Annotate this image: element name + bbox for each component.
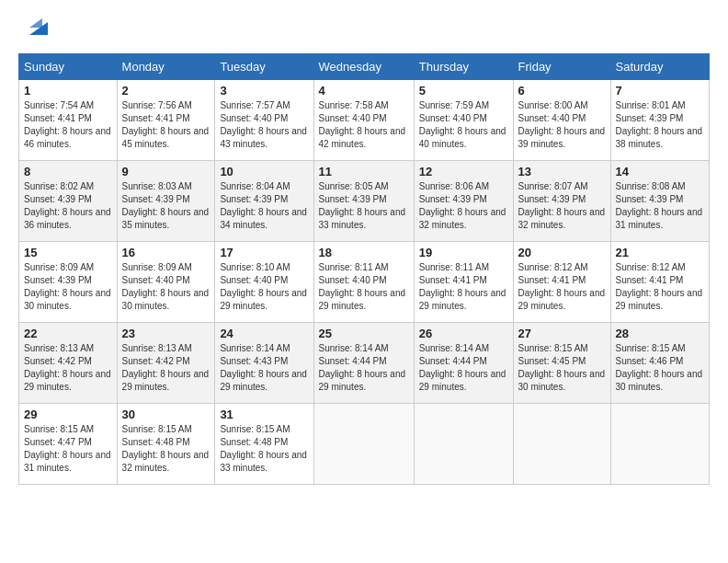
calendar-cell: 2 Sunrise: 7:56 AMSunset: 4:41 PMDayligh… xyxy=(117,80,215,161)
calendar-cell: 9 Sunrise: 8:03 AMSunset: 4:39 PMDayligh… xyxy=(117,161,215,242)
calendar-cell: 29 Sunrise: 8:15 AMSunset: 4:47 PMDaylig… xyxy=(19,404,118,485)
calendar-cell: 15 Sunrise: 8:09 AMSunset: 4:39 PMDaylig… xyxy=(19,242,118,323)
day-info: Sunrise: 8:10 AMSunset: 4:40 PMDaylight:… xyxy=(220,262,307,311)
calendar-cell: 26 Sunrise: 8:14 AMSunset: 4:44 PMDaylig… xyxy=(414,323,513,404)
day-of-week-header: Friday xyxy=(513,54,610,80)
day-number: 17 xyxy=(220,246,308,259)
day-number: 7 xyxy=(616,84,705,98)
day-info: Sunrise: 7:57 AMSunset: 4:40 PMDaylight:… xyxy=(220,100,307,149)
calendar-week-row: 15 Sunrise: 8:09 AMSunset: 4:39 PMDaylig… xyxy=(19,242,710,323)
day-info: Sunrise: 8:07 AMSunset: 4:39 PMDaylight:… xyxy=(518,181,606,230)
calendar-header-row: SundayMondayTuesdayWednesdayThursdayFrid… xyxy=(19,54,710,80)
day-info: Sunrise: 8:04 AMSunset: 4:39 PMDaylight:… xyxy=(220,181,307,230)
day-of-week-header: Wednesday xyxy=(313,54,414,80)
calendar-cell: 22 Sunrise: 8:13 AMSunset: 4:42 PMDaylig… xyxy=(19,323,118,404)
day-number: 4 xyxy=(319,84,409,98)
day-number: 3 xyxy=(220,84,308,98)
day-info: Sunrise: 8:00 AMSunset: 4:40 PMDaylight:… xyxy=(518,100,606,149)
calendar-cell: 10 Sunrise: 8:04 AMSunset: 4:39 PMDaylig… xyxy=(215,161,313,242)
day-info: Sunrise: 7:58 AMSunset: 4:40 PMDaylight:… xyxy=(319,100,406,149)
day-number: 21 xyxy=(616,246,705,259)
calendar-week-row: 1 Sunrise: 7:54 AMSunset: 4:41 PMDayligh… xyxy=(19,80,710,161)
day-number: 19 xyxy=(419,246,508,259)
logo-icon xyxy=(22,9,51,42)
day-of-week-header: Sunday xyxy=(19,54,118,80)
calendar-cell: 14 Sunrise: 8:08 AMSunset: 4:39 PMDaylig… xyxy=(610,161,710,242)
day-info: Sunrise: 8:15 AMSunset: 4:48 PMDaylight:… xyxy=(220,424,307,473)
day-info: Sunrise: 8:12 AMSunset: 4:41 PMDaylight:… xyxy=(518,262,606,311)
calendar-table: SundayMondayTuesdayWednesdayThursdayFrid… xyxy=(18,53,710,485)
calendar-cell: 28 Sunrise: 8:15 AMSunset: 4:46 PMDaylig… xyxy=(610,323,710,404)
day-info: Sunrise: 8:15 AMSunset: 4:45 PMDaylight:… xyxy=(518,343,606,392)
day-number: 24 xyxy=(220,327,308,340)
day-of-week-header: Monday xyxy=(117,54,215,80)
calendar-cell: 19 Sunrise: 8:11 AMSunset: 4:41 PMDaylig… xyxy=(414,242,513,323)
day-number: 22 xyxy=(24,327,112,340)
day-number: 14 xyxy=(616,165,705,178)
calendar-cell: 8 Sunrise: 8:02 AMSunset: 4:39 PMDayligh… xyxy=(19,161,118,242)
calendar-cell: 5 Sunrise: 7:59 AMSunset: 4:40 PMDayligh… xyxy=(414,80,513,161)
day-info: Sunrise: 8:09 AMSunset: 4:39 PMDaylight:… xyxy=(24,262,111,311)
day-info: Sunrise: 8:06 AMSunset: 4:39 PMDaylight:… xyxy=(419,181,506,230)
day-number: 31 xyxy=(220,408,308,421)
calendar-week-row: 22 Sunrise: 8:13 AMSunset: 4:42 PMDaylig… xyxy=(19,323,710,404)
calendar-cell: 18 Sunrise: 8:11 AMSunset: 4:40 PMDaylig… xyxy=(313,242,414,323)
day-number: 27 xyxy=(518,327,606,340)
calendar-cell: 21 Sunrise: 8:12 AMSunset: 4:41 PMDaylig… xyxy=(610,242,710,323)
day-of-week-header: Tuesday xyxy=(215,54,313,80)
calendar-cell: 3 Sunrise: 7:57 AMSunset: 4:40 PMDayligh… xyxy=(215,80,313,161)
header xyxy=(18,17,710,42)
day-info: Sunrise: 8:02 AMSunset: 4:39 PMDaylight:… xyxy=(24,181,111,230)
calendar-week-row: 8 Sunrise: 8:02 AMSunset: 4:39 PMDayligh… xyxy=(19,161,710,242)
day-number: 13 xyxy=(518,165,606,178)
day-info: Sunrise: 7:54 AMSunset: 4:41 PMDaylight:… xyxy=(24,100,111,149)
calendar-cell: 27 Sunrise: 8:15 AMSunset: 4:45 PMDaylig… xyxy=(513,323,610,404)
day-number: 18 xyxy=(319,246,409,259)
day-info: Sunrise: 8:03 AMSunset: 4:39 PMDaylight:… xyxy=(122,181,210,230)
day-number: 10 xyxy=(220,165,308,178)
calendar-cell: 11 Sunrise: 8:05 AMSunset: 4:39 PMDaylig… xyxy=(313,161,414,242)
day-info: Sunrise: 8:09 AMSunset: 4:40 PMDaylight:… xyxy=(122,262,210,311)
calendar-cell: 4 Sunrise: 7:58 AMSunset: 4:40 PMDayligh… xyxy=(313,80,414,161)
day-number: 5 xyxy=(419,84,508,98)
page: SundayMondayTuesdayWednesdayThursdayFrid… xyxy=(0,0,728,494)
calendar-week-row: 29 Sunrise: 8:15 AMSunset: 4:47 PMDaylig… xyxy=(19,404,710,485)
calendar-cell xyxy=(513,404,610,485)
day-of-week-header: Thursday xyxy=(414,54,513,80)
calendar-cell: 7 Sunrise: 8:01 AMSunset: 4:39 PMDayligh… xyxy=(610,80,710,161)
day-info: Sunrise: 8:14 AMSunset: 4:44 PMDaylight:… xyxy=(319,343,406,392)
day-number: 12 xyxy=(419,165,508,178)
day-info: Sunrise: 8:12 AMSunset: 4:41 PMDaylight:… xyxy=(616,262,703,311)
calendar-cell: 13 Sunrise: 8:07 AMSunset: 4:39 PMDaylig… xyxy=(513,161,610,242)
day-number: 30 xyxy=(122,408,210,421)
day-info: Sunrise: 8:15 AMSunset: 4:46 PMDaylight:… xyxy=(616,343,703,392)
calendar-cell: 30 Sunrise: 8:15 AMSunset: 4:48 PMDaylig… xyxy=(117,404,215,485)
calendar-cell: 16 Sunrise: 8:09 AMSunset: 4:40 PMDaylig… xyxy=(117,242,215,323)
calendar-cell: 17 Sunrise: 8:10 AMSunset: 4:40 PMDaylig… xyxy=(215,242,313,323)
day-number: 26 xyxy=(419,327,508,340)
day-number: 8 xyxy=(24,165,112,178)
day-number: 16 xyxy=(122,246,210,259)
svg-marker-1 xyxy=(29,18,42,28)
day-number: 20 xyxy=(518,246,606,259)
calendar-cell: 24 Sunrise: 8:14 AMSunset: 4:43 PMDaylig… xyxy=(215,323,313,404)
day-number: 29 xyxy=(24,408,112,421)
day-info: Sunrise: 8:08 AMSunset: 4:39 PMDaylight:… xyxy=(616,181,703,230)
calendar-cell: 31 Sunrise: 8:15 AMSunset: 4:48 PMDaylig… xyxy=(215,404,313,485)
day-number: 9 xyxy=(122,165,210,178)
day-info: Sunrise: 8:13 AMSunset: 4:42 PMDaylight:… xyxy=(24,343,111,392)
calendar-cell: 1 Sunrise: 7:54 AMSunset: 4:41 PMDayligh… xyxy=(19,80,118,161)
day-info: Sunrise: 8:11 AMSunset: 4:40 PMDaylight:… xyxy=(319,262,406,311)
calendar-cell xyxy=(610,404,710,485)
calendar-cell: 23 Sunrise: 8:13 AMSunset: 4:42 PMDaylig… xyxy=(117,323,215,404)
day-number: 15 xyxy=(24,246,112,259)
day-info: Sunrise: 7:59 AMSunset: 4:40 PMDaylight:… xyxy=(419,100,506,149)
day-info: Sunrise: 8:15 AMSunset: 4:47 PMDaylight:… xyxy=(24,424,111,473)
calendar-cell xyxy=(414,404,513,485)
calendar-cell: 25 Sunrise: 8:14 AMSunset: 4:44 PMDaylig… xyxy=(313,323,414,404)
logo xyxy=(18,17,51,42)
day-number: 1 xyxy=(24,84,112,98)
day-info: Sunrise: 8:14 AMSunset: 4:43 PMDaylight:… xyxy=(220,343,307,392)
calendar-cell xyxy=(313,404,414,485)
day-info: Sunrise: 8:01 AMSunset: 4:39 PMDaylight:… xyxy=(616,100,703,149)
